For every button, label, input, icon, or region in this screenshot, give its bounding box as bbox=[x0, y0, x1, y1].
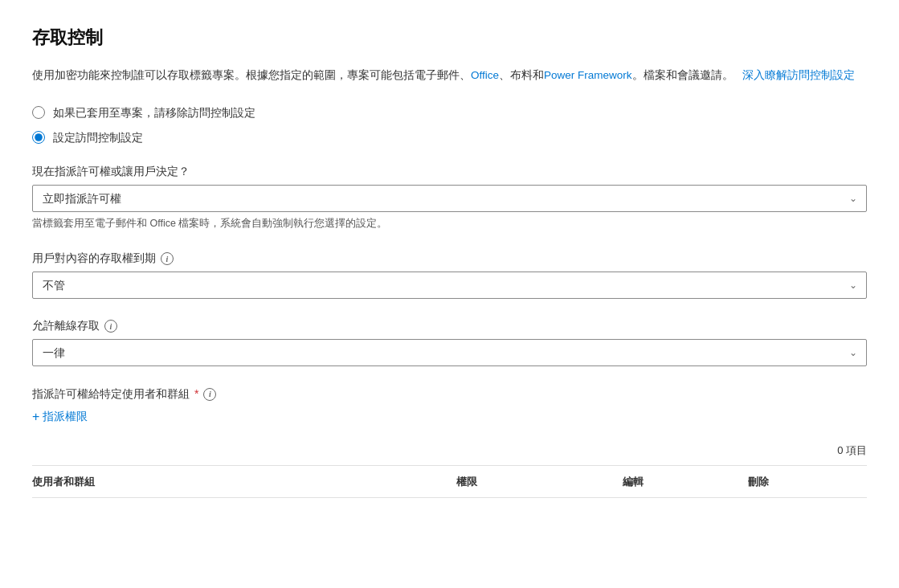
assign-now-hint: 當標籤套用至電子郵件和 Office 檔案時，系統會自動強制執行您選擇的設定。 bbox=[32, 216, 867, 231]
required-star: * bbox=[194, 386, 198, 402]
description-part2: 、布料和 bbox=[499, 69, 544, 81]
offline-dropdown[interactable]: 一律 僅數天 從不 bbox=[32, 339, 867, 366]
radio-remove-label[interactable]: 如果已套用至專案，請移除訪問控制設定 bbox=[53, 104, 255, 121]
expiry-info-icon[interactable]: i bbox=[161, 252, 174, 265]
power-framework-link[interactable]: Power Framework bbox=[544, 69, 632, 81]
col-delete: 刪除 bbox=[742, 474, 867, 490]
radio-remove[interactable] bbox=[32, 106, 45, 119]
expiry-dropdown[interactable]: 不管 指定天數 指定日期 bbox=[32, 272, 867, 299]
expiry-label: 用戶對內容的存取權到期 i bbox=[32, 251, 867, 267]
description: 使用加密功能來控制誰可以存取標籤專案。根據您指定的範圍，專案可能包括電子郵件、O… bbox=[32, 67, 867, 85]
items-count: 0 項目 bbox=[32, 443, 867, 465]
assign-permissions-link[interactable]: 指派權限 bbox=[32, 407, 88, 427]
expiry-section: 用戶對內容的存取權到期 i 不管 指定天數 指定日期 ⌄ bbox=[32, 251, 867, 299]
description-part1: 使用加密功能來控制誰可以存取標籤專案。根據您指定的範圍，專案可能包括電子郵件、 bbox=[32, 69, 471, 81]
assign-now-dropdown-wrapper: 立即指派許可權 讓用戶決定 ⌄ bbox=[32, 185, 867, 212]
description-part3: 。檔案和會議邀請。 bbox=[632, 69, 734, 81]
radio-set[interactable] bbox=[32, 131, 45, 144]
table-header: 使用者和群組 權限 編輯 刪除 bbox=[32, 465, 867, 499]
radio-group: 如果已套用至專案，請移除訪問控制設定 設定訪問控制設定 bbox=[32, 104, 867, 146]
radio-item-remove[interactable]: 如果已套用至專案，請移除訪問控制設定 bbox=[32, 104, 867, 121]
offline-label: 允許離線存取 i bbox=[32, 318, 867, 334]
assign-now-section: 現在指派許可權或讓用戶決定？ 立即指派許可權 讓用戶決定 ⌄ 當標籤套用至電子郵… bbox=[32, 164, 867, 231]
col-edit: 編輯 bbox=[616, 474, 742, 490]
col-users-groups: 使用者和群組 bbox=[32, 474, 450, 490]
offline-info-icon[interactable]: i bbox=[104, 320, 117, 333]
office-link[interactable]: Office bbox=[471, 69, 499, 81]
col-permissions: 權限 bbox=[450, 474, 617, 490]
page-title: 存取控制 bbox=[32, 24, 867, 51]
permissions-info-icon[interactable]: i bbox=[203, 388, 216, 401]
expiry-dropdown-wrapper: 不管 指定天數 指定日期 ⌄ bbox=[32, 272, 867, 299]
learn-more-link[interactable]: 深入瞭解訪問控制設定 bbox=[742, 69, 855, 81]
permissions-label: 指派許可權給特定使用者和群組 * i bbox=[32, 386, 867, 402]
page-container: 存取控制 使用加密功能來控制誰可以存取標籤專案。根據您指定的範圍，專案可能包括電… bbox=[0, 0, 899, 588]
radio-item-set[interactable]: 設定訪問控制設定 bbox=[32, 129, 867, 146]
offline-section: 允許離線存取 i 一律 僅數天 從不 ⌄ bbox=[32, 318, 867, 366]
radio-set-label[interactable]: 設定訪問控制設定 bbox=[53, 129, 143, 146]
assign-now-dropdown[interactable]: 立即指派許可權 讓用戶決定 bbox=[32, 185, 867, 212]
offline-dropdown-wrapper: 一律 僅數天 從不 ⌄ bbox=[32, 339, 867, 366]
assign-now-label: 現在指派許可權或讓用戶決定？ bbox=[32, 164, 867, 180]
permissions-section: 指派許可權給特定使用者和群組 * i 指派權限 bbox=[32, 386, 867, 427]
